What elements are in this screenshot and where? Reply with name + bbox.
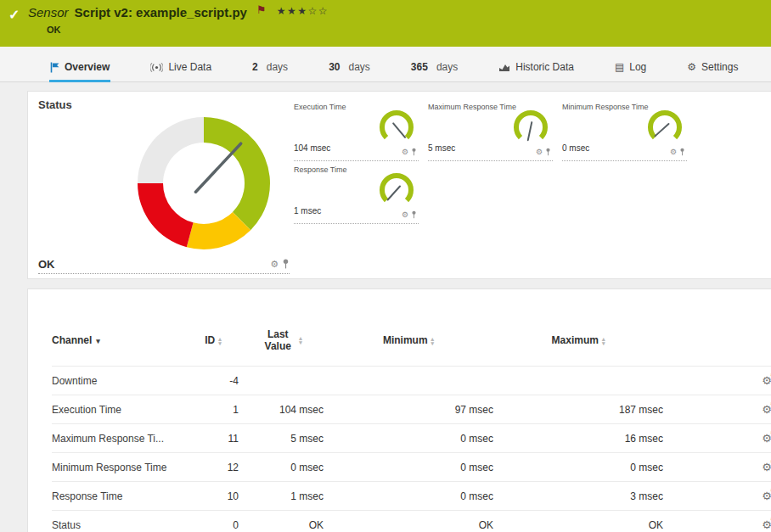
channel-id-cell: 11 bbox=[188, 424, 239, 453]
channel-settings-icon[interactable]: ⚙⚙ bbox=[762, 432, 771, 445]
gauge-settings-icon[interactable]: ⚙ bbox=[536, 148, 543, 156]
table-row: Downtime -4 ⚙⚙ bbox=[52, 367, 771, 395]
gauge-panel-minimum-response-time: Minimum Response Time 0 msec ⚙ bbox=[562, 98, 687, 161]
channel-name-cell[interactable]: Minimum Response Time bbox=[52, 453, 188, 482]
object-kind-label: Sensor bbox=[28, 5, 69, 20]
status-gauge bbox=[132, 112, 275, 255]
channel-last-value-cell bbox=[239, 367, 324, 395]
mini-gauge-icons: ⚙ bbox=[402, 210, 417, 219]
tab-30-days[interactable]: 30 days bbox=[328, 61, 371, 82]
gauge-segment-gray bbox=[138, 117, 204, 183]
channel-settings-icon[interactable]: ⚙⚙ bbox=[762, 490, 771, 502]
maximum-response-time-gauge bbox=[512, 109, 549, 146]
overview-flag-icon bbox=[50, 62, 59, 73]
table-row: Maximum Response Ti... 11 5 msec 0 msec … bbox=[52, 424, 771, 453]
gauge-settings-icon[interactable]: ⚙ bbox=[270, 259, 279, 270]
table-row: Minimum Response Time 12 0 msec 0 msec 0… bbox=[52, 453, 771, 482]
table-header-row: Channel▾ ID▴▾ Last Value▴▾ Minimum▴▾ Max… bbox=[52, 315, 771, 367]
channel-settings-icon[interactable]: ⚙⚙ bbox=[762, 374, 771, 387]
gauge-settings-icon[interactable]: ⚙ bbox=[402, 210, 408, 219]
sensor-header: ✓ Sensor Script v2: example_script.py ⚑ … bbox=[0, 0, 771, 47]
mini-gauge-title: Minimum Response Time bbox=[562, 103, 649, 111]
sort-icon: ▴▾ bbox=[602, 337, 605, 345]
gauge-settings-icon[interactable]: ⚙ bbox=[670, 148, 677, 156]
channel-id-cell: 0 bbox=[188, 511, 239, 532]
live-data-icon bbox=[150, 63, 163, 72]
status-footer-icons: ⚙ bbox=[270, 259, 290, 270]
channel-minimum-cell: 0 msec bbox=[324, 453, 493, 482]
priority-flag-icon[interactable]: ⚑ bbox=[256, 3, 267, 16]
channel-id-cell: 1 bbox=[188, 395, 239, 424]
tab-overview[interactable]: Overview bbox=[49, 61, 110, 82]
channel-id-cell: 12 bbox=[188, 453, 239, 482]
channel-settings-cell: ⚙⚙ bbox=[663, 424, 771, 453]
channel-maximum-cell bbox=[493, 367, 663, 395]
tab-2-days-number: 2 bbox=[252, 61, 258, 73]
mini-gauge-icons: ⚙ bbox=[536, 148, 551, 156]
channel-last-value-cell: 104 msec bbox=[239, 395, 324, 424]
tab-historic-data[interactable]: Historic Data bbox=[498, 61, 575, 82]
channel-settings-icon[interactable]: ⚙⚙ bbox=[762, 403, 771, 416]
sort-icon: ▴▾ bbox=[218, 337, 222, 345]
channels-panel: Channel▾ ID▴▾ Last Value▴▾ Minimum▴▾ Max… bbox=[27, 288, 771, 532]
minimum-response-time-gauge bbox=[646, 109, 684, 146]
channel-name-cell[interactable]: Maximum Response Ti... bbox=[52, 424, 188, 453]
mini-gauge-title: Maximum Response Time bbox=[428, 103, 516, 111]
tab-live-data[interactable]: Live Data bbox=[149, 61, 212, 82]
header-last-value-label: Last Value bbox=[260, 328, 295, 353]
priority-stars[interactable]: ★★★☆☆ bbox=[277, 5, 329, 17]
status-footer: OK ⚙ bbox=[38, 255, 290, 274]
channel-minimum-cell: 0 msec bbox=[324, 424, 493, 453]
tab-overview-label: Overview bbox=[65, 61, 110, 73]
channels-table: Channel▾ ID▴▾ Last Value▴▾ Minimum▴▾ Max… bbox=[52, 315, 771, 532]
pin-icon[interactable] bbox=[411, 148, 417, 156]
pin-icon[interactable] bbox=[679, 148, 685, 156]
table-row: Response Time 10 1 msec 0 msec 3 msec ⚙⚙ bbox=[52, 482, 771, 511]
header-channel[interactable]: Channel▾ bbox=[52, 315, 188, 367]
tab-30-days-unit: days bbox=[348, 61, 369, 73]
channel-maximum-cell: 3 msec bbox=[493, 482, 663, 511]
pin-icon[interactable] bbox=[545, 148, 551, 156]
tab-2-days[interactable]: 2 days bbox=[251, 61, 289, 82]
tab-365-days[interactable]: 365 days bbox=[410, 61, 459, 82]
channel-last-value-cell: 1 msec bbox=[239, 482, 324, 511]
header-minimum[interactable]: Minimum▴▾ bbox=[324, 315, 493, 367]
channel-last-value-cell: OK bbox=[239, 511, 324, 532]
tab-365-days-unit: days bbox=[436, 61, 458, 73]
table-row: Status 0 OK OK OK ⚙⚙ bbox=[52, 511, 771, 532]
status-value: OK bbox=[38, 258, 55, 271]
page-title: Script v2: example_script.py bbox=[75, 5, 247, 20]
channel-settings-icon[interactable]: ⚙⚙ bbox=[762, 518, 771, 531]
status-check-icon: ✓ bbox=[8, 7, 20, 23]
tab-settings-label: Settings bbox=[701, 61, 738, 73]
historic-data-icon bbox=[498, 63, 510, 72]
header-actions bbox=[663, 315, 771, 367]
header-id-label: ID bbox=[205, 334, 215, 346]
gauge-segment-red bbox=[138, 183, 194, 247]
header-last-value[interactable]: Last Value▴▾ bbox=[239, 315, 324, 367]
header-maximum[interactable]: Maximum▴▾ bbox=[493, 315, 663, 367]
channel-name-cell[interactable]: Status bbox=[52, 511, 188, 532]
prtg-sensor-page: ✓ Sensor Script v2: example_script.py ⚑ … bbox=[0, 0, 771, 532]
pin-icon[interactable] bbox=[282, 259, 290, 269]
tab-settings[interactable]: ⚙ Settings bbox=[686, 61, 739, 82]
status-panel: Status OK ⚙ Execution Time bbox=[27, 91, 771, 279]
header-id[interactable]: ID▴▾ bbox=[188, 315, 239, 367]
tab-log[interactable]: ▤ Log bbox=[614, 61, 647, 82]
channel-minimum-cell: OK bbox=[324, 511, 493, 532]
channel-settings-cell: ⚙⚙ bbox=[663, 367, 771, 395]
channel-name-cell[interactable]: Response Time bbox=[52, 482, 188, 511]
tab-log-label: Log bbox=[629, 61, 646, 73]
channel-maximum-cell: OK bbox=[493, 511, 663, 532]
gauge-panel-response-time: Response Time 1 msec ⚙ bbox=[294, 161, 419, 224]
channel-name-cell[interactable]: Downtime bbox=[52, 367, 188, 395]
channel-name-cell[interactable]: Execution Time bbox=[52, 395, 188, 424]
mini-gauge-icons: ⚙ bbox=[670, 148, 685, 156]
pin-icon[interactable] bbox=[411, 210, 417, 219]
gauge-settings-icon[interactable]: ⚙ bbox=[402, 148, 408, 156]
response-time-gauge bbox=[378, 171, 415, 209]
header-channel-label: Channel bbox=[52, 334, 92, 346]
tab-bar: Overview Live Data 2 days 30 days 365 da… bbox=[0, 47, 771, 82]
channel-settings-cell: ⚙⚙ bbox=[663, 395, 771, 424]
channel-settings-icon[interactable]: ⚙⚙ bbox=[762, 461, 771, 473]
